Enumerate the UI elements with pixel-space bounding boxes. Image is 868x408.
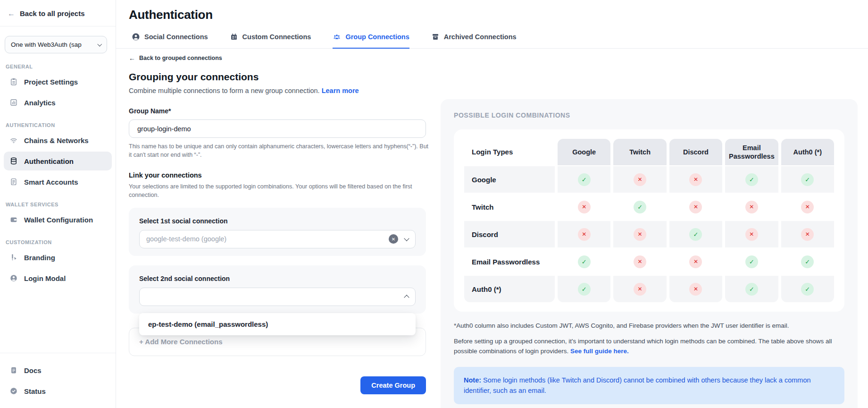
dropdown-option-ep-test-demo[interactable]: ep-test-demo (email_passwordless) xyxy=(139,313,416,335)
tab-label: Social Connections xyxy=(144,33,208,41)
combination-mark: ✓ xyxy=(634,201,646,213)
sidebar-item-branding[interactable]: Branding xyxy=(4,248,112,267)
tab-label: Archived Connections xyxy=(444,33,517,41)
table-cell: ✓ xyxy=(781,248,834,275)
sidebar-item-wallet-configuration[interactable]: Wallet Configuration xyxy=(4,210,112,229)
project-selector[interactable]: One with Web3Auth (sap xyxy=(5,36,107,53)
arrow-left-icon: ← xyxy=(129,55,135,61)
combination-mark: ✓ xyxy=(578,283,591,296)
sidebar-item-label: Wallet Configuration xyxy=(24,216,93,224)
combination-mark: ✕ xyxy=(689,201,702,213)
combination-mark: ✓ xyxy=(578,173,591,186)
column-header-auth0: Auth0 (*) xyxy=(781,139,834,165)
back-link-label: Back to grouped connections xyxy=(139,55,222,61)
footnote-guide-text: Before setting up a grouped connection, … xyxy=(454,338,832,355)
connection-dropdown-menu: ep-test-demo (email_passwordless) xyxy=(139,313,416,335)
combination-mark: ✕ xyxy=(689,255,702,268)
combinations-table: Login Types Google Twitch Discord Email … xyxy=(464,139,834,302)
table-cell: ✓ xyxy=(781,276,834,302)
note-box: Note: Some login methods (like Twitch an… xyxy=(454,367,844,404)
combination-mark: ✓ xyxy=(801,173,814,186)
sidebar-item-authentication[interactable]: Authentication xyxy=(4,152,112,170)
combination-mark: ✕ xyxy=(689,283,702,296)
sidebar-item-status[interactable]: Status xyxy=(4,382,112,400)
tab-archived-connections[interactable]: Archived Connections xyxy=(431,33,517,49)
people-group-icon xyxy=(333,33,341,41)
sidebar-item-project-settings[interactable]: Project Settings xyxy=(4,72,112,91)
back-to-grouped-connections-link[interactable]: ← Back to grouped connections xyxy=(129,55,436,61)
form-subtitle: Combine multiple connections to form a n… xyxy=(129,87,436,94)
tab-social-connections[interactable]: Social Connections xyxy=(132,33,208,49)
first-connection-select[interactable]: google-test-demo (google) ✕ xyxy=(139,230,416,248)
combination-mark: ✓ xyxy=(801,255,814,268)
group-name-input[interactable] xyxy=(129,119,426,138)
combination-mark: ✕ xyxy=(745,201,758,213)
row-label-email-passwordless: Email Passwordless xyxy=(464,248,555,275)
table-cell: ✕ xyxy=(613,166,666,193)
sidebar-spacer xyxy=(0,288,116,353)
group-name-helper: This name has to be unique and can only … xyxy=(129,142,429,159)
tab-label: Custom Connections xyxy=(242,33,311,41)
chevron-up-icon xyxy=(404,295,409,300)
tab-group-connections[interactable]: Group Connections xyxy=(333,33,409,49)
combination-mark: ✕ xyxy=(689,173,702,186)
form-actions: Create Group xyxy=(129,376,426,394)
table-cell: ✓ xyxy=(669,221,722,247)
first-connection-card: Select 1st social connection google-test… xyxy=(129,208,426,256)
bar-chart-icon xyxy=(9,98,18,107)
sidebar-item-label: Analytics xyxy=(24,99,56,107)
arrow-left-icon: ← xyxy=(8,10,15,17)
login-combinations-panel: POSSIBLE LOGIN COMBINATIONS Login Types … xyxy=(441,99,858,408)
combination-mark: ✓ xyxy=(745,255,758,268)
table-cell: ✕ xyxy=(669,194,722,220)
content-area: ← Back to grouped connections Grouping y… xyxy=(116,49,868,408)
group-name-label: Group Name* xyxy=(129,107,436,115)
clear-selection-icon[interactable]: ✕ xyxy=(389,234,398,244)
table-cell: ✕ xyxy=(613,221,666,247)
back-to-projects-label: Back to all projects xyxy=(20,9,85,17)
select-second-connection-label: Select 2nd social connection xyxy=(139,275,416,282)
document-icon xyxy=(9,366,18,374)
combination-mark: ✓ xyxy=(745,283,758,296)
row-label-auth0: Auth0 (*) xyxy=(464,276,555,302)
create-group-button[interactable]: Create Group xyxy=(360,376,426,394)
sidebar-item-analytics[interactable]: Analytics xyxy=(4,93,112,112)
second-connection-select[interactable] xyxy=(139,288,416,306)
combination-mark: ✕ xyxy=(578,201,591,213)
project-selector-value: One with Web3Auth (sap xyxy=(11,41,82,48)
sidebar-item-label: Login Modal xyxy=(24,274,66,282)
section-label-wallet-services: WALLET SERVICES xyxy=(6,202,116,207)
link-connections-description: Your selections are limited to the suppo… xyxy=(129,182,429,199)
sidebar-item-chains-networks[interactable]: Chains & Networks xyxy=(4,131,112,150)
archive-box-icon xyxy=(431,33,440,41)
second-connection-card: Select 2nd social connection xyxy=(129,265,426,314)
combination-mark: ✓ xyxy=(689,228,702,241)
sidebar-item-docs[interactable]: Docs xyxy=(4,361,112,380)
sidebar-item-login-modal[interactable]: Login Modal xyxy=(4,269,112,288)
table-cell: ✕ xyxy=(613,248,666,275)
combination-mark: ✕ xyxy=(578,228,591,241)
app-window: ← Back to all projects One with Web3Auth… xyxy=(0,0,868,408)
learn-more-link[interactable]: Learn more xyxy=(322,87,359,94)
combination-mark: ✓ xyxy=(745,173,758,186)
row-label-discord: Discord xyxy=(464,221,555,247)
table-cell: ✓ xyxy=(558,276,610,302)
file-icon xyxy=(9,178,18,186)
see-full-guide-link[interactable]: See full guide here. xyxy=(570,348,629,355)
combination-mark: ✕ xyxy=(745,228,758,241)
table-cell: ✕ xyxy=(725,221,778,247)
user-circle-icon xyxy=(9,274,18,282)
back-to-projects-button[interactable]: ← Back to all projects xyxy=(0,0,116,26)
combination-mark: ✕ xyxy=(801,228,814,241)
section-label-authentication: AUTHENTICATION xyxy=(6,122,116,128)
sidebar-item-label: Project Settings xyxy=(24,78,78,86)
combinations-heading: POSSIBLE LOGIN COMBINATIONS xyxy=(454,111,844,119)
sidebar-item-smart-accounts[interactable]: Smart Accounts xyxy=(4,172,112,191)
section-label-general: GENERAL xyxy=(6,64,116,69)
sidebar-item-label: Branding xyxy=(24,254,55,262)
tab-custom-connections[interactable]: Custom Connections xyxy=(230,33,311,49)
page-title: Authentication xyxy=(116,0,868,22)
combination-mark: ✕ xyxy=(634,228,646,241)
tab-label: Group Connections xyxy=(345,33,409,41)
chevron-down-icon xyxy=(97,42,101,46)
